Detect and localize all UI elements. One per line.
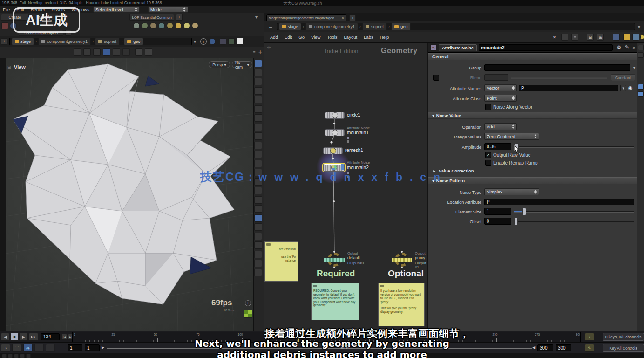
range-marker-icon[interactable]: ▶ — [102, 345, 104, 350]
menu-file[interactable]: File — [3, 7, 10, 12]
dopnet-icon[interactable] — [34, 344, 44, 352]
viewport-display-option-icon[interactable] — [254, 196, 262, 204]
shelf-add-tab-button[interactable]: + — [176, 14, 183, 21]
rotate-tool-icon[interactable] — [93, 48, 101, 56]
network-menu-help[interactable]: Help — [380, 34, 389, 40]
viewport-display-option-icon[interactable] — [254, 105, 262, 113]
breadcrumb-sopnet[interactable]: sopnet — [95, 38, 120, 45]
shelf-tool-icon[interactable] — [192, 22, 198, 29]
sticky-collapse-handle[interactable] — [313, 285, 317, 287]
snap-tool-icon[interactable] — [122, 48, 130, 56]
viewport-display-option-icon[interactable] — [254, 114, 262, 122]
view-tool-icon[interactable] — [135, 48, 142, 56]
viewport[interactable]: ⊞ View Persp ▾ No cam ▾ 69fps 18.5ms i — [6, 58, 253, 331]
gear-icon[interactable]: ⚙ — [617, 44, 622, 51]
attribute-name-field[interactable]: P — [519, 85, 618, 91]
viewport-display-option-icon[interactable] — [254, 251, 262, 258]
close-icon[interactable]: × — [341, 15, 344, 21]
network-menu-edit[interactable]: Edit — [285, 34, 292, 40]
path-add-button[interactable]: + — [1, 38, 7, 45]
viewport-display-option-icon[interactable] — [254, 87, 262, 95]
scale-tool-icon[interactable] — [113, 48, 120, 56]
range-start2-field[interactable]: 1 — [85, 344, 100, 351]
keys-tile-icon[interactable]: ♪ — [585, 333, 594, 341]
amplitude-slider[interactable] — [514, 146, 634, 148]
viewport-display-option-icon[interactable] — [254, 96, 262, 103]
viewport-display-option-icon[interactable] — [254, 60, 262, 67]
blend-field[interactable] — [484, 74, 508, 81]
toolbar-extra-icon[interactable]: ✛ — [258, 48, 263, 56]
shelf-caret-icon[interactable]: ▾ — [255, 14, 258, 20]
keyframe-options-icon[interactable] — [46, 344, 55, 352]
shelf-tool-icon[interactable] — [150, 22, 156, 29]
sticky-collapse-handle[interactable] — [380, 285, 384, 287]
shelf-tool-icon[interactable] — [175, 22, 182, 29]
sticky-note-partial[interactable]: are essential use the 'Fo instance — [264, 241, 298, 282]
brush-icon[interactable]: ✎ — [625, 44, 629, 50]
shelf-tool-icon[interactable] — [183, 22, 190, 29]
network-menu-go[interactable]: Go — [298, 34, 305, 40]
audio-toggle-icon[interactable]: ◔ — [1, 344, 10, 352]
attribute-class-dropdown[interactable]: Point — [484, 95, 517, 102]
handles-tool-icon[interactable] — [103, 48, 110, 56]
select-tool-icon[interactable] — [74, 48, 81, 56]
pane-tool-icon[interactable] — [228, 38, 235, 45]
breadcrumb-stage[interactable]: stage — [279, 23, 301, 30]
viewport-display-option-icon[interactable] — [254, 269, 262, 276]
viewport-display-option-icon[interactable] — [254, 160, 262, 167]
viewport-display-option-icon[interactable] — [254, 241, 262, 249]
range-start-field[interactable]: 1 — [68, 344, 82, 351]
viewport-display-option-icon[interactable] — [254, 214, 262, 222]
network-editor[interactable]: ✛ Indie Edition Geometry circle1 A — [264, 43, 427, 331]
node-type-chip[interactable]: Attribute Noise — [439, 44, 477, 51]
shelf-tool-icon[interactable] — [158, 22, 165, 29]
toolbar-extra-icon[interactable]: ≡ — [251, 48, 257, 56]
range-end2-field[interactable]: 300 — [556, 344, 571, 351]
attribute-type-dropdown[interactable]: Vector — [484, 84, 517, 91]
viewport-display-option-icon[interactable] — [254, 205, 262, 213]
section-noise-pattern[interactable]: ▾ Noise Pattern — [428, 177, 637, 184]
node-remesh1[interactable] — [323, 147, 343, 154]
attribute-menu-button[interactable]: ▾ — [620, 85, 626, 91]
blend-slider[interactable] — [511, 77, 607, 79]
viewport-display-option-icon[interactable] — [254, 151, 262, 158]
shelf-tool-icon[interactable] — [133, 22, 140, 29]
blend-constant-button[interactable]: Constant — [611, 74, 635, 81]
status-icon[interactable] — [14, 354, 19, 358]
breadcrumb-componentgeometry1[interactable]: componentgeometry1 — [38, 38, 91, 45]
section-general[interactable]: General — [428, 53, 637, 60]
edge-tool-icon[interactable] — [638, 45, 644, 50]
element-size-slider-handle[interactable] — [522, 208, 526, 215]
viewport-display-option-icon[interactable] — [254, 260, 262, 267]
info-circle-icon[interactable]: i — [200, 38, 207, 45]
network-doc-icon[interactable] — [613, 34, 620, 41]
status-icon[interactable] — [2, 354, 7, 358]
key-tile-icon[interactable]: ✎ — [585, 344, 594, 352]
group-menu-button[interactable]: ▾ — [631, 64, 637, 71]
mode-dropdown[interactable]: Mode — [148, 6, 188, 13]
translate-tool-icon[interactable] — [83, 48, 91, 56]
next-frame-button[interactable]: ▶▶ — [29, 333, 38, 341]
step-back-button[interactable]: |◀ — [61, 334, 67, 340]
shelf-tool-icon[interactable] — [167, 22, 173, 29]
pin-icon[interactable]: ◉ — [628, 85, 633, 91]
breadcrumb-componentgeometry1[interactable]: componentgeometry1 — [305, 23, 358, 30]
sticky-note-required[interactable]: REQUIRED: Convert your geometry to 'defa… — [311, 283, 359, 320]
breadcrumb-geo[interactable]: geo — [391, 23, 411, 30]
sticky-note-proxy[interactable]: If you have a low-resolution version of … — [378, 283, 425, 326]
pane-maximize-icon[interactable] — [237, 38, 244, 45]
path-caret-icon[interactable]: ▾ — [194, 39, 196, 44]
network-page-icon[interactable] — [561, 34, 568, 41]
network-grid-icon[interactable]: ⊞ — [587, 34, 594, 41]
stop-button[interactable]: ■ — [10, 333, 19, 341]
network-menu-add[interactable]: Add — [270, 34, 278, 40]
network-oval-icon[interactable] — [640, 34, 644, 40]
network-folder-icon[interactable] — [623, 34, 630, 41]
node-circle1[interactable] — [325, 112, 345, 119]
edge-tool-blue-icon[interactable] — [638, 91, 644, 97]
shelf-tab-lop-essential[interactable]: LOP Essential Common — [129, 14, 174, 21]
viewport-display-option-icon[interactable] — [254, 132, 262, 140]
sync-circle-icon[interactable] — [209, 38, 216, 45]
location-attribute-field[interactable]: P — [484, 199, 634, 205]
network-tab[interactable]: stage/componentgeometry1/sopnet/geo × — [266, 14, 346, 21]
